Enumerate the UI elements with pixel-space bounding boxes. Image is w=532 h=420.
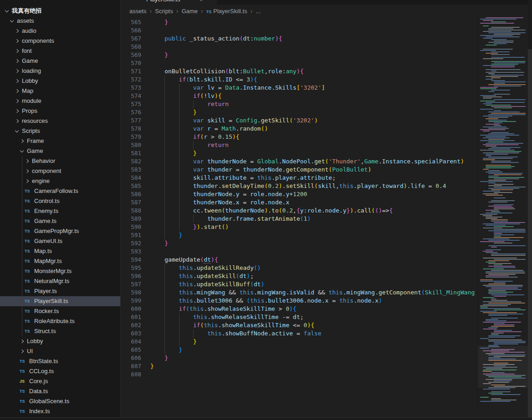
- code-line[interactable]: 589thunder.frame.startAnimate(1): [121, 215, 476, 223]
- chevron-down-icon[interactable]: [5, 8, 9, 12]
- code-line[interactable]: 596this.updateSkill(dt);: [121, 272, 476, 280]
- code-line[interactable]: 567public _status_action(dt:number){: [121, 35, 476, 43]
- breadcrumb-item[interactable]: Game: [182, 8, 198, 15]
- chevron-right-icon[interactable]: [15, 79, 19, 83]
- code-line[interactable]: 608: [121, 370, 476, 379]
- code-line[interactable]: 600if(this.showRelaseSkillTime > 0){: [121, 305, 476, 313]
- chevron-right-icon[interactable]: [15, 99, 19, 103]
- tree-item-map[interactable]: Map: [0, 86, 120, 96]
- tree-item-engine[interactable]: engine: [0, 176, 120, 186]
- breadcrumb-item[interactable]: TSPlayerSkill.ts: [206, 8, 247, 15]
- tree-item-frame[interactable]: Frame: [0, 136, 120, 146]
- chevron-right-icon[interactable]: [20, 339, 24, 343]
- tree-item-struct-ts[interactable]: TSStruct.ts: [0, 326, 120, 336]
- tab-playerskill[interactable]: PlayerSkill.ts ×: [121, 0, 217, 5]
- minimap-slider[interactable]: [478, 346, 528, 388]
- tree-item-control-ts[interactable]: TSControl.ts: [0, 196, 120, 206]
- code-line[interactable]: 602if(this.showRelaseSkillTime <= 0){: [121, 321, 476, 329]
- tree-item-data-ts[interactable]: TSData.ts: [0, 386, 120, 396]
- tree-item-enemy-ts[interactable]: TSEnemy.ts: [0, 206, 120, 216]
- tree-item-gameui-ts[interactable]: TSGameUI.ts: [0, 236, 120, 246]
- tree-item-mapmgr-ts[interactable]: TSMapMgr.ts: [0, 256, 120, 266]
- code-line[interactable]: 598this.mingWang && this.mingWang.isVali…: [121, 288, 476, 297]
- code-line[interactable]: 576}: [121, 108, 476, 116]
- code-line[interactable]: 568: [121, 43, 476, 51]
- chevron-right-icon[interactable]: [25, 179, 29, 183]
- tree-item-globalscene-ts[interactable]: TSGlobalScene.ts: [0, 396, 120, 406]
- tab-close-icon[interactable]: ×: [200, 0, 203, 3]
- tree-item-game[interactable]: Game: [0, 146, 120, 156]
- tree-item--[interactable]: 我真有绝招: [0, 6, 120, 16]
- code-line[interactable]: 578var r = Math.random(): [121, 125, 476, 133]
- code-line[interactable]: 591}: [121, 231, 476, 239]
- tree-item-gamepropmgr-ts[interactable]: TSGamePropMgr.ts: [0, 226, 120, 236]
- code-line[interactable]: 581}: [121, 149, 476, 157]
- chevron-right-icon[interactable]: [15, 69, 19, 73]
- breadcrumb-item[interactable]: assets: [129, 8, 147, 15]
- code-line[interactable]: 588cc.tween(thunderNode).to(0.2,{y:role.…: [121, 207, 476, 215]
- code-line[interactable]: 583var thunder = thunderNode.getComponen…: [121, 166, 476, 174]
- code-line[interactable]: 604}: [121, 338, 476, 346]
- code-line[interactable]: 587thunderNode.x = role.node.x: [121, 198, 476, 207]
- code-line[interactable]: 565}: [121, 18, 476, 26]
- code-editor[interactable]: 565}566567public _status_action(dt:numbe…: [121, 17, 476, 417]
- tree-item-monstermgr-ts[interactable]: TSMonsterMgr.ts: [0, 266, 120, 276]
- code-line[interactable]: 572if(blt.skill.ID <= 3){: [121, 76, 476, 84]
- tree-item-btnstate-ts[interactable]: TSBtnState.ts: [0, 356, 120, 366]
- breadcrumb-item[interactable]: ...: [256, 8, 261, 15]
- code-line[interactable]: 594gameUpdate(dt){: [121, 256, 476, 264]
- chevron-right-icon[interactable]: [15, 49, 19, 53]
- tree-item-index-ts[interactable]: TSIndex.ts: [0, 406, 120, 416]
- tree-item-lobby[interactable]: Lobby: [0, 76, 120, 86]
- code-line[interactable]: 606}: [121, 354, 476, 362]
- code-line[interactable]: 607}: [121, 362, 476, 370]
- chevron-down-icon[interactable]: [10, 18, 14, 22]
- chevron-down-icon[interactable]: [20, 148, 24, 152]
- vertical-scrollbar[interactable]: [528, 0, 532, 417]
- code-line[interactable]: 575return: [121, 100, 476, 108]
- code-line[interactable]: 570: [121, 59, 476, 67]
- chevron-right-icon[interactable]: [15, 29, 19, 33]
- code-line[interactable]: 597this.updateSkillBuff(dt): [121, 280, 476, 288]
- chevron-right-icon[interactable]: [25, 169, 29, 173]
- tree-item-behavior[interactable]: Behavior: [0, 156, 120, 166]
- code-line[interactable]: 566: [121, 26, 476, 35]
- code-line[interactable]: 605}: [121, 346, 476, 354]
- code-line[interactable]: 593: [121, 248, 476, 256]
- tree-item-component[interactable]: component: [0, 166, 120, 176]
- tree-item-lobby[interactable]: Lobby: [0, 336, 120, 346]
- chevron-right-icon[interactable]: [25, 159, 29, 163]
- tree-item-player-ts[interactable]: TSPlayer.ts: [0, 286, 120, 296]
- chevron-right-icon[interactable]: [15, 109, 19, 113]
- breadcrumb-item[interactable]: Scripts: [155, 8, 173, 15]
- tree-item-game-ts[interactable]: TSGame.ts: [0, 216, 120, 226]
- tree-item-playerskill-ts[interactable]: TSPlayerSkill.ts: [0, 296, 120, 306]
- chevron-right-icon[interactable]: [20, 139, 24, 143]
- code-line[interactable]: 584skill.attribute = this.player.attribu…: [121, 174, 476, 182]
- code-line[interactable]: 586thunderNode.y = role.node.y+1200: [121, 190, 476, 198]
- code-line[interactable]: 569}: [121, 51, 476, 59]
- tree-item-scripts[interactable]: Scripts: [0, 126, 120, 136]
- chevron-right-icon[interactable]: [15, 59, 19, 63]
- code-line[interactable]: 590}).start(): [121, 223, 476, 231]
- tree-item-neturalmgr-ts[interactable]: TSNeturalMgr.ts: [0, 276, 120, 286]
- tree-item-loading[interactable]: loading: [0, 66, 120, 76]
- tree-item-assets[interactable]: assets: [0, 16, 120, 26]
- tree-item-rocker-ts[interactable]: TSRocker.ts: [0, 306, 120, 316]
- tree-item-resources[interactable]: resources: [0, 116, 120, 126]
- tree-item-game[interactable]: Game: [0, 56, 120, 66]
- code-line[interactable]: 601this.showRelaseSkillTime -= dt;: [121, 313, 476, 321]
- scrollbar-thumb[interactable]: [528, 49, 532, 417]
- code-line[interactable]: 582var thunderNode = Global.NodePool.get…: [121, 157, 476, 166]
- code-line[interactable]: 579if(r > 0.15){: [121, 133, 476, 141]
- tree-item-props[interactable]: Props: [0, 106, 120, 116]
- chevron-right-icon[interactable]: [15, 89, 19, 93]
- chevron-down-icon[interactable]: [15, 128, 19, 132]
- code-line[interactable]: 577var skill = Config.getSkill('3202'): [121, 116, 476, 125]
- code-line[interactable]: 603this.showBuffNode.active = false: [121, 329, 476, 338]
- code-line[interactable]: 573var lv = Data.Instance.Skills['3202']: [121, 84, 476, 92]
- tree-item-camerafollow-ts[interactable]: TSCameraFollow.ts: [0, 186, 120, 196]
- tree-item-components[interactable]: components: [0, 36, 120, 46]
- tree-item-roleattribute-ts[interactable]: TSRoleAttribute.ts: [0, 316, 120, 326]
- code-line[interactable]: 599this.bullet3006 && (this.bullet3006.n…: [121, 297, 476, 305]
